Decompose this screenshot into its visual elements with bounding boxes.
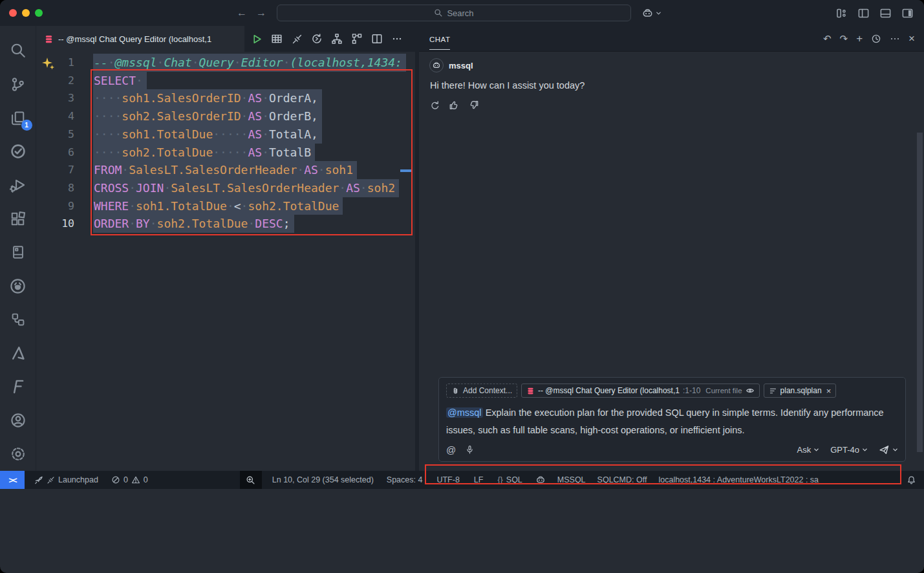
settings-button[interactable] (3, 437, 34, 471)
mssql-item[interactable]: MSSQL (557, 475, 586, 484)
add-context-button[interactable]: Add Context... (446, 384, 517, 398)
sidebar-item-connections[interactable] (3, 303, 34, 336)
linked-nodes-icon (10, 312, 26, 327)
encoding-item[interactable]: UTF-8 (436, 475, 459, 484)
context-chip-sqlplan[interactable]: plan.sqlplan × (764, 384, 837, 398)
azure-icon (10, 345, 27, 362)
editor-more-actions-button[interactable] (390, 32, 404, 46)
split-editor-icon (371, 33, 383, 45)
chat-input-widget[interactable]: Add Context... -- @mssql Chat Query Edit… (438, 377, 906, 462)
sidebar-item-source-control[interactable] (3, 67, 34, 101)
sidebar-item-tasks[interactable] (3, 135, 34, 168)
copilot-status-item[interactable] (535, 475, 546, 485)
context-chip-current-file[interactable]: -- @mssql Chat Query Editor (localhost,1… (521, 384, 760, 398)
language-mode-item[interactable]: {}SQL (497, 475, 522, 484)
split-editor-button[interactable] (370, 32, 384, 46)
send-button[interactable] (879, 444, 898, 455)
code-line[interactable]: 1--·@mssql·Chat·Query·Editor·(localhost,… (36, 54, 415, 72)
code-line[interactable]: 9WHERE·soh1.TotalDue·<·soh2.TotalDue (36, 197, 415, 215)
command-center-search[interactable]: Search (277, 5, 631, 21)
tab-query-editor[interactable]: -- @mssql Chat Query Editor (localhost,1 (36, 26, 244, 52)
eye-icon[interactable] (746, 386, 755, 395)
account-button[interactable] (3, 404, 34, 437)
forward-button[interactable]: → (256, 7, 266, 19)
copilot-sparkle-icon[interactable] (41, 57, 56, 71)
sidebar-item-explorer[interactable]: 1 (3, 101, 34, 135)
chat-panel: CHAT ↶ ↷ + × mssql Hi there! How c (415, 26, 924, 471)
context-file-note: Current file (705, 387, 742, 395)
code-line[interactable]: 4····soh2.SalesOrderID·AS·OrderB, (36, 107, 415, 125)
chat-prompt-text[interactable]: @mssql Explain the execution plan for th… (446, 404, 898, 439)
code-line[interactable]: 2SELECT· (36, 72, 415, 90)
code-line[interactable]: 10ORDER·BY·soh2.TotalDue·DESC; (36, 215, 415, 233)
sidebar-item-azure[interactable] (3, 336, 34, 370)
change-connection-button[interactable] (310, 32, 324, 46)
customize-layout-icon[interactable] (835, 7, 848, 19)
back-button[interactable]: ← (237, 7, 247, 19)
cursor-position-item[interactable]: Ln 10, Col 29 (354 selected) (272, 475, 374, 484)
maximize-window-button[interactable] (35, 9, 43, 17)
code-line[interactable]: 6····soh2.TotalDue·····AS·TotalB (36, 144, 415, 162)
copilot-menu-button[interactable] (641, 7, 661, 19)
thumbs-down-icon[interactable] (468, 100, 479, 111)
new-chat-button[interactable]: + (856, 32, 863, 45)
launchpad-item[interactable]: Launchpad (34, 475, 98, 485)
toggle-primary-sidebar-icon[interactable] (857, 7, 870, 19)
sqlcmd-label: SQLCMD: Off (597, 475, 647, 484)
sqlcmd-item[interactable]: SQLCMD: Off (597, 475, 647, 484)
prompt-body: Explain the execution plan for the provi… (446, 407, 884, 435)
plug-icon (292, 34, 303, 45)
chat-history-icon[interactable] (871, 34, 881, 44)
sidebar-item-search[interactable] (3, 34, 34, 67)
model-dropdown[interactable]: GPT-4o (830, 445, 868, 455)
query-toolbar (244, 26, 409, 52)
chat-undo-button[interactable]: ↶ (823, 33, 832, 45)
github-icon (9, 277, 27, 295)
sidebar-item-extensions[interactable] (3, 202, 34, 235)
chat-more-actions-icon[interactable] (890, 34, 900, 44)
mention-button[interactable]: @ (446, 444, 456, 455)
retry-icon[interactable] (430, 100, 440, 111)
sidebar-item-github[interactable] (3, 269, 34, 303)
code-line[interactable]: 3····soh1.SalesOrderID·AS·OrderA, (36, 89, 415, 107)
remove-context-icon[interactable]: × (826, 386, 832, 396)
toggle-secondary-sidebar-icon[interactable] (901, 7, 914, 19)
indentation-label: Spaces: 4 (387, 475, 423, 484)
close-chat-icon[interactable]: × (908, 32, 915, 45)
tab-chat[interactable]: CHAT (429, 28, 450, 50)
layout-controls (835, 7, 924, 19)
indentation-item[interactable]: Spaces: 4 (387, 475, 423, 484)
code-editor[interactable]: 1--·@mssql·Chat·Query·Editor·(localhost,… (36, 52, 415, 471)
toggle-panel-icon[interactable] (879, 7, 892, 19)
mic-icon[interactable] (465, 445, 475, 455)
close-window-button[interactable] (9, 9, 17, 17)
results-grid-button[interactable] (270, 32, 284, 46)
mode-dropdown[interactable]: Ask (797, 445, 820, 455)
disconnect-button[interactable] (290, 32, 304, 46)
remote-indicator[interactable]: >< (0, 471, 25, 489)
notifications-item[interactable] (907, 475, 924, 485)
sidebar-item-fabric[interactable] (3, 370, 34, 404)
sidebar-item-run-debug[interactable] (3, 168, 34, 202)
chat-scrollbar[interactable] (917, 133, 923, 452)
run-query-button[interactable] (250, 32, 264, 46)
org-chart-icon (331, 33, 343, 45)
zoom-indicator[interactable] (240, 471, 262, 489)
cursor-position-label: Ln 10, Col 29 (354 selected) (272, 475, 374, 484)
actual-plan-button[interactable] (350, 32, 364, 46)
workbench: 1 -- @mssql Chat Query Editor (localhost… (0, 26, 924, 471)
connection-item[interactable]: localhost,1434 : AdventureWorksLT2022 : … (658, 475, 819, 484)
problems-item[interactable]: 0 0 (111, 475, 148, 484)
code-line[interactable]: 5····soh1.TotalDue·····AS·TotalA, (36, 125, 415, 144)
estimated-plan-button[interactable] (330, 32, 344, 46)
code-line[interactable]: 8CROSS·JOIN·SalesLT.SalesOrderHeader·AS·… (36, 179, 415, 197)
sidebar-item-notebook[interactable] (3, 235, 34, 269)
sync-icon (311, 33, 323, 45)
minimize-window-button[interactable] (22, 9, 30, 17)
eol-item[interactable]: LF (474, 475, 484, 484)
chevron-down-icon (813, 447, 819, 453)
context-row: Add Context... -- @mssql Chat Query Edit… (446, 383, 898, 398)
code-line[interactable]: 7FROM·SalesLT.SalesOrderHeader·AS·soh1 (36, 161, 415, 179)
thumbs-up-icon[interactable] (449, 100, 460, 111)
chat-redo-button[interactable]: ↷ (840, 33, 848, 45)
